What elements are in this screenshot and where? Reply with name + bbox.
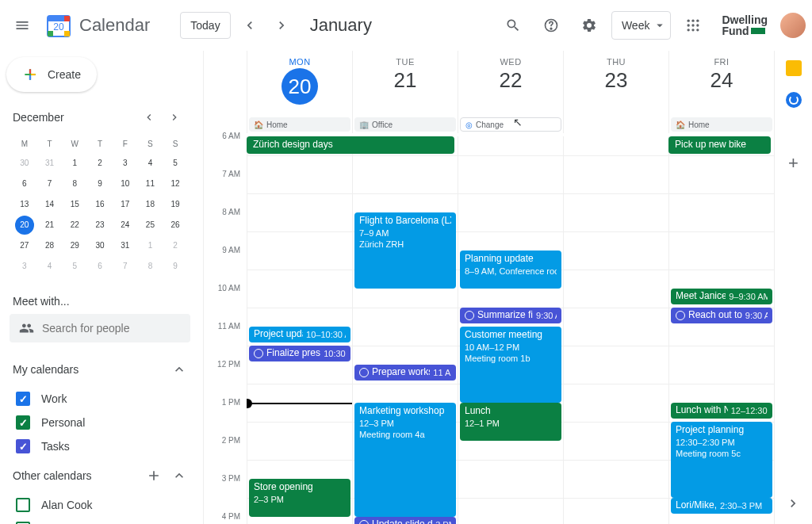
calendar-item[interactable]: Helen Chang	[13, 517, 187, 524]
mini-day[interactable]: 1	[140, 236, 159, 255]
location-chip[interactable]: ◎Change	[460, 117, 561, 132]
time-grid[interactable]: Project update, 10–10:30 AMFinalize pres…	[247, 155, 774, 524]
mini-day[interactable]: 2	[90, 154, 109, 173]
day-column[interactable]: Flight to Barcelona (LX 1954)7–9 AMZüric…	[352, 155, 458, 524]
mini-day[interactable]: 6	[15, 174, 34, 193]
mini-day[interactable]: 15	[65, 195, 84, 214]
day-column[interactable]: Meet Janice, 9–9:30 AMReach out to Tom, …	[668, 155, 774, 524]
mini-day[interactable]: 4	[140, 154, 159, 173]
mini-day[interactable]: 22	[65, 216, 84, 235]
main-menu-button[interactable]	[6, 10, 38, 41]
allday-event[interactable]: Zürich design days	[247, 136, 454, 154]
mini-day[interactable]: 12	[166, 174, 185, 193]
mini-day[interactable]: 5	[65, 257, 84, 276]
location-chip[interactable]: 🏢Office	[354, 117, 456, 132]
add-calendar-icon[interactable]	[146, 468, 162, 484]
calendar-event[interactable]: Store opening2–3 PM	[249, 479, 350, 517]
mini-day[interactable]: 7	[40, 174, 59, 193]
calendar-event[interactable]: Meet Janice, 9–9:30 AM	[671, 289, 772, 304]
day-header[interactable]: FRI24	[668, 51, 774, 117]
location-chip[interactable]: 🏠Home	[249, 117, 350, 132]
search-button[interactable]	[497, 10, 529, 41]
calendar-item[interactable]: Alan Cook	[13, 493, 187, 517]
calendar-event[interactable]: Project planning12:30–2:30 PMMeeting roo…	[671, 422, 772, 498]
mini-day[interactable]: 5	[166, 154, 185, 173]
mini-day[interactable]: 26	[166, 216, 185, 235]
task-event[interactable]: Summarize findings, 9:30 AM	[460, 308, 561, 323]
calendar-event[interactable]: Lunch with Noah, 12–12:30 PM	[671, 403, 772, 419]
task-event[interactable]: Finalize presentation, 10:30 AM	[249, 346, 350, 361]
mini-day[interactable]: 27	[15, 236, 34, 255]
tasks-addon[interactable]	[786, 92, 802, 108]
calendar-event[interactable]: Planning update8–9 AM, Conference room 2	[460, 251, 561, 289]
mini-day[interactable]: 17	[116, 195, 135, 214]
day-header[interactable]: MON20	[247, 51, 352, 117]
prev-button[interactable]	[237, 13, 262, 38]
mini-day[interactable]: 3	[15, 257, 34, 276]
mini-day[interactable]: 25	[140, 216, 159, 235]
task-event[interactable]: Update slide deck, 3 PM	[354, 517, 456, 524]
mini-day[interactable]: 31	[116, 236, 135, 255]
mini-day[interactable]: 6	[90, 257, 109, 276]
mini-prev-button[interactable]	[143, 108, 162, 127]
mini-day[interactable]: 2	[166, 236, 185, 255]
mini-day[interactable]: 8	[140, 257, 159, 276]
mini-day[interactable]: 11	[140, 174, 159, 193]
calendar-event[interactable]: Project update, 10–10:30 AM	[249, 327, 350, 342]
mini-day[interactable]: 10	[116, 174, 135, 193]
collapse-panel-icon[interactable]	[785, 495, 801, 511]
calendar-item[interactable]: Work	[13, 387, 187, 411]
account-avatar[interactable]	[780, 13, 806, 38]
calendar-checkbox[interactable]	[16, 498, 30, 512]
day-column[interactable]: Planning update8–9 AM, Conference room 2…	[458, 155, 563, 524]
allday-event[interactable]: Pick up new bike	[668, 136, 771, 154]
mini-day[interactable]: 23	[90, 216, 109, 235]
task-event[interactable]: Reach out to Tom, 9:30 AM	[671, 308, 772, 323]
calendar-event[interactable]: Lori/Mike, 2:30–3 PM	[671, 498, 772, 514]
day-header[interactable]: WED22	[458, 51, 563, 117]
mini-day[interactable]: 29	[65, 236, 84, 255]
calendar-checkbox[interactable]	[16, 415, 30, 430]
mini-day[interactable]: 31	[40, 154, 59, 173]
calendar-event[interactable]: Lunch12–1 PM	[460, 403, 561, 441]
mini-next-button[interactable]	[168, 108, 187, 127]
people-search-input[interactable]	[42, 322, 181, 335]
mini-day[interactable]: 4	[40, 257, 59, 276]
mini-day[interactable]: 16	[90, 195, 109, 214]
task-event[interactable]: Prepare workshop, 11 AM	[354, 365, 456, 381]
calendar-event[interactable]: Marketing workshop12–3 PMMeeting room 4a	[354, 403, 456, 517]
mini-day[interactable]: 24	[116, 216, 135, 235]
mini-day[interactable]: 7	[116, 257, 135, 276]
help-button[interactable]	[535, 10, 567, 41]
day-header[interactable]: THU23	[563, 51, 668, 117]
day-column[interactable]: Project update, 10–10:30 AMFinalize pres…	[247, 155, 352, 524]
calendar-event[interactable]: Flight to Barcelona (LX 1954)7–9 AMZüric…	[354, 212, 456, 289]
mini-day[interactable]: 3	[116, 154, 135, 173]
add-addon-button[interactable]: +	[786, 155, 802, 171]
mini-day[interactable]: 21	[40, 216, 59, 235]
mini-day[interactable]: 20	[15, 216, 34, 235]
day-header[interactable]: TUE21	[352, 51, 458, 117]
mini-day[interactable]: 18	[140, 195, 159, 214]
today-button[interactable]: Today	[180, 12, 230, 39]
mini-day[interactable]: 30	[90, 236, 109, 255]
mini-day[interactable]: 14	[40, 195, 59, 214]
other-calendars-header[interactable]: Other calendars	[6, 461, 193, 490]
mini-day[interactable]: 13	[15, 195, 34, 214]
keep-addon[interactable]	[786, 60, 802, 76]
day-column[interactable]	[563, 155, 668, 524]
mini-day[interactable]: 1	[65, 154, 84, 173]
apps-button[interactable]	[677, 10, 709, 41]
mini-day[interactable]: 19	[166, 195, 185, 214]
mini-day[interactable]: 8	[65, 174, 84, 193]
settings-button[interactable]	[573, 10, 605, 41]
calendar-checkbox[interactable]	[16, 392, 30, 406]
mini-day[interactable]: 9	[166, 257, 185, 276]
calendar-item[interactable]: Tasks	[13, 434, 187, 458]
mini-day[interactable]: 30	[15, 154, 34, 173]
people-search[interactable]	[10, 314, 190, 342]
calendar-event[interactable]: Customer meeting10 AM–12 PMMeeting room …	[460, 327, 561, 403]
my-calendars-header[interactable]: My calendars	[6, 355, 193, 384]
create-button[interactable]: Create	[6, 57, 97, 92]
next-button[interactable]	[269, 13, 294, 38]
